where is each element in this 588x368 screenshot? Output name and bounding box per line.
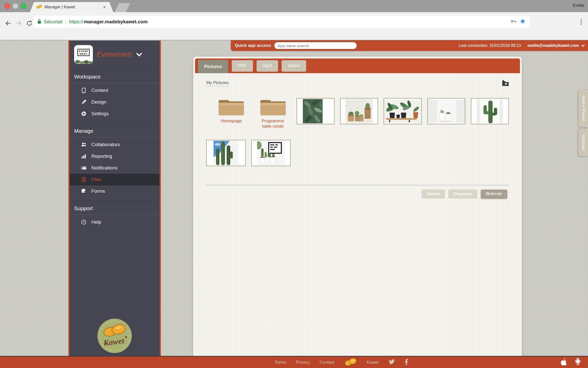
key-icon[interactable] <box>511 19 517 25</box>
envelope-icon <box>81 165 87 171</box>
security-label: Sécurisé <box>44 19 62 25</box>
separator <box>206 185 509 185</box>
organize-button[interactable]: Organize <box>448 189 477 199</box>
sidebar-item-label: Forms <box>91 188 105 194</box>
sidebar-item-label: Help <box>91 219 101 225</box>
browser-tab[interactable]: Manager | Kawet <box>30 2 113 12</box>
browser-tabstrip: Manager | Kawet Emilie <box>0 0 588 12</box>
twitter-icon[interactable] <box>388 359 395 366</box>
file-star-icon <box>81 177 87 183</box>
app-icon: EVENE MENT <box>74 45 93 64</box>
footer-link-privacy[interactable]: Privacy <box>296 360 310 365</box>
account-email[interactable]: emilie@madebykawet.com <box>528 43 579 48</box>
footer-link-terms[interactable]: Terms <box>275 360 286 365</box>
svg-text:★: ★ <box>103 341 107 346</box>
url-separator: | <box>65 19 66 25</box>
thumbnail-potted-cacti-black-frame[interactable] <box>251 140 291 166</box>
pen-icon <box>81 99 87 105</box>
svg-text:EVENE: EVENE <box>79 50 88 52</box>
sidebar-item-label: Design <box>91 99 106 105</box>
folder-icon <box>218 98 244 116</box>
question-icon: ? <box>81 219 87 225</box>
thumbnail-shelf-potted-plants[interactable] <box>384 98 422 124</box>
kawet-brand-badge: Kawet ★ ★ <box>95 317 134 356</box>
app-switcher[interactable]: EVENE MENT Événement <box>70 41 160 69</box>
window-user-label: Emilie <box>573 3 584 8</box>
thumbnail-tall-cactus[interactable] <box>471 98 509 124</box>
account-chevron-down-icon[interactable] <box>581 44 585 47</box>
sidebar-item-label: Settings <box>91 111 109 117</box>
refresh-button[interactable]: Refresh <box>481 189 507 199</box>
svg-text:MENT: MENT <box>80 52 88 55</box>
sidebar-item-files[interactable]: Files <box>70 174 160 185</box>
main-panel: Pictures PDF mp3 Video My Pictures <box>193 56 522 368</box>
sidebar-item-reporting[interactable]: Reporting <box>70 150 160 162</box>
sidebar-item-label: Notifications <box>91 165 118 171</box>
tab-title: Manager | Kawet <box>45 5 100 9</box>
app-page: Quick app access Last connection: 15/01/… <box>0 40 588 368</box>
tab-video[interactable]: Video <box>282 60 306 72</box>
screen: Manager | Kawet Emilie <box>0 0 588 368</box>
folder-label: Programme table ronde <box>257 118 289 129</box>
close-window-button[interactable] <box>5 3 10 9</box>
tab-pictures[interactable]: Pictures <box>198 60 228 73</box>
sidebar-item-collaborators[interactable]: Collaborators <box>70 139 160 150</box>
thumbnail-plants-in-paper-bags[interactable] <box>340 98 378 124</box>
quick-access-label: Quick app access <box>235 43 271 48</box>
sidebar-item-label: Collaborators <box>91 142 120 147</box>
right-side-tabs: Items Panel Upload <box>578 89 588 157</box>
app-name: Événement <box>97 51 132 59</box>
items-panel-tab[interactable]: Items Panel <box>578 89 588 127</box>
browser-menu-icon[interactable] <box>578 18 584 26</box>
sidebar-item-design[interactable]: Design <box>70 96 160 108</box>
back-icon[interactable] <box>5 20 12 27</box>
sidebar-item-forms[interactable]: Forms <box>70 185 160 197</box>
forward-icon[interactable] <box>15 20 22 27</box>
tab-mp3[interactable]: mp3 <box>257 60 278 72</box>
tablet-icon <box>81 87 87 93</box>
sidebar-item-label: Content <box>91 88 108 93</box>
tab-close-icon[interactable] <box>102 5 107 9</box>
delete-button[interactable]: Delete <box>422 189 445 199</box>
folder-icon <box>260 98 286 116</box>
folder-homepage[interactable]: Homepage <box>213 98 249 124</box>
sidebar-item-label: Files <box>91 177 101 182</box>
app-chevron-down-icon[interactable] <box>136 53 142 56</box>
footer-link-contact[interactable]: Contact <box>320 360 334 365</box>
gear-icon <box>81 111 87 117</box>
reload-icon[interactable] <box>26 20 33 27</box>
breadcrumb[interactable]: My Pictures <box>206 80 229 86</box>
folder-label: Homepage <box>215 118 248 124</box>
quick-access-bar: Quick app access Last connection: 15/01/… <box>231 40 588 51</box>
browser-toolbar: Sécurisé | https:// manager.madebykawet.… <box>0 12 588 40</box>
facebook-icon[interactable] <box>405 359 408 366</box>
zoom-window-button[interactable] <box>21 3 26 9</box>
new-tab-button[interactable] <box>115 3 130 12</box>
bookmark-star-icon[interactable] <box>520 18 526 25</box>
footer-link-kawet[interactable]: Kawet <box>367 360 379 365</box>
folder-programme-table-ronde[interactable]: Programme table ronde <box>255 98 291 129</box>
minimize-window-button[interactable] <box>13 3 18 9</box>
people-icon <box>81 142 87 148</box>
add-folder-icon[interactable] <box>501 80 509 87</box>
tab-pdf[interactable]: PDF <box>232 60 253 72</box>
sidebar-section-support: Support <box>70 201 160 215</box>
apple-icon[interactable] <box>561 358 567 367</box>
thumbnail-green-leaves[interactable] <box>297 98 334 124</box>
thumbnail-two-white-pots[interactable] <box>427 98 465 124</box>
sidebar-item-settings[interactable]: Settings <box>70 108 160 120</box>
sidebar-section-manage: Manage <box>70 123 160 137</box>
upload-tab[interactable]: Upload <box>578 128 588 157</box>
android-icon[interactable] <box>574 358 581 367</box>
file-type-tabs: Pictures PDF mp3 Video <box>195 59 520 73</box>
peanut-favicon <box>36 5 42 10</box>
app-search-input[interactable] <box>274 42 357 49</box>
sidebar-item-help[interactable]: ? Help <box>70 216 160 228</box>
bar-chart-icon <box>81 153 87 159</box>
sidebar-item-notifications[interactable]: Notifications <box>70 162 160 174</box>
sidebar-item-content[interactable]: Content <box>70 85 160 96</box>
last-connection-label: Last connection: 15/01/2018 09:13 <box>459 43 521 48</box>
thumbnail-cactus-blue-sky[interactable] <box>206 140 246 166</box>
sidebar-section-workspace: Workspace <box>70 69 160 83</box>
address-bar[interactable]: Sécurisé | https:// manager.madebykawet.… <box>33 16 530 28</box>
